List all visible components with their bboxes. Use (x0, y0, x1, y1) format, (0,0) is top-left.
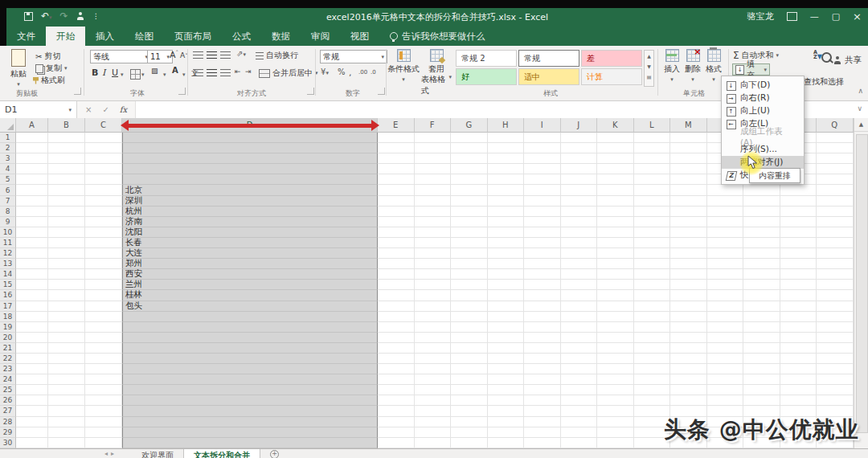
cell-I10[interactable] (524, 227, 561, 238)
cell-A10[interactable] (16, 227, 48, 238)
cell-A28[interactable] (16, 417, 48, 427)
cell-H26[interactable] (488, 395, 525, 406)
scrollbar-thumb[interactable] (856, 134, 868, 433)
cell-Q18[interactable] (817, 312, 854, 322)
cell-H27[interactable] (488, 406, 525, 416)
cell-I29[interactable] (524, 427, 561, 438)
cell-L14[interactable] (634, 269, 671, 280)
cell-L7[interactable] (634, 196, 671, 207)
cell-E16[interactable] (378, 290, 415, 301)
cell-M19[interactable] (670, 322, 707, 333)
cell-H12[interactable] (488, 248, 525, 259)
row-header-16[interactable]: 16 (0, 290, 16, 301)
cell-M8[interactable] (670, 207, 707, 217)
cell-D29[interactable] (122, 427, 378, 438)
cell-K25[interactable] (597, 385, 634, 395)
cell-C21[interactable] (85, 343, 122, 354)
cell-F11[interactable] (415, 238, 452, 248)
cell-B21[interactable] (48, 343, 85, 354)
cell-K15[interactable] (597, 280, 634, 290)
cell-E5[interactable] (378, 174, 415, 185)
cell-M22[interactable] (670, 354, 707, 364)
row-header-26[interactable]: 26 (0, 395, 16, 406)
cell-G3[interactable] (451, 153, 488, 164)
cell-B11[interactable] (48, 238, 85, 248)
cell-F1[interactable] (415, 133, 452, 143)
cell-L5[interactable] (634, 174, 671, 185)
cell-G12[interactable] (451, 248, 488, 259)
cell-P12[interactable] (780, 248, 817, 259)
cell-D7[interactable]: 深圳 (122, 196, 378, 207)
cell-I8[interactable] (524, 207, 561, 217)
cell-F17[interactable] (415, 301, 452, 312)
cell-I23[interactable] (524, 364, 561, 374)
cell-Q3[interactable] (817, 153, 854, 164)
paste-button[interactable]: 粘贴 ▾ (6, 49, 31, 88)
borders-dropdown-icon[interactable]: ▾ (141, 72, 145, 78)
cell-M5[interactable] (670, 174, 707, 185)
tab-公式[interactable]: 公式 (222, 27, 261, 46)
clipboard-dialog-launcher[interactable] (74, 88, 81, 95)
cell-O7[interactable] (743, 196, 780, 207)
cell-L16[interactable] (634, 290, 671, 301)
cell-Q10[interactable] (817, 227, 854, 238)
cell-P6[interactable] (780, 185, 817, 195)
cell-L15[interactable] (634, 280, 671, 290)
cell-K29[interactable] (597, 427, 634, 438)
cell-I28[interactable] (524, 417, 561, 427)
row-header-1[interactable]: 1 (0, 133, 16, 143)
cell-F16[interactable] (415, 290, 452, 301)
cell-H30[interactable] (488, 438, 525, 448)
cell-Q12[interactable] (817, 248, 854, 259)
cell-D6[interactable]: 北京 (122, 185, 378, 195)
cell-E7[interactable] (378, 196, 415, 207)
cell-G19[interactable] (451, 322, 488, 333)
cell-K6[interactable] (597, 185, 634, 195)
cell-P17[interactable] (780, 301, 817, 312)
cell-J28[interactable] (561, 417, 598, 427)
menu-item[interactable]: →向右(R) (722, 92, 804, 104)
cell-F3[interactable] (415, 153, 452, 164)
cell-E28[interactable] (378, 417, 415, 427)
cell-K4[interactable] (597, 164, 634, 174)
cell-E29[interactable] (378, 427, 415, 438)
name-box[interactable]: D1▾ (0, 101, 77, 118)
cell-C19[interactable] (85, 322, 122, 333)
cell-O18[interactable] (743, 312, 780, 322)
cell-N26[interactable] (707, 395, 744, 406)
cell-B15[interactable] (48, 280, 85, 290)
cell-G7[interactable] (451, 196, 488, 207)
cell-O21[interactable] (743, 343, 780, 354)
row-header-17[interactable]: 17 (0, 301, 16, 312)
cell-J21[interactable] (561, 343, 598, 354)
column-header-C[interactable]: C (85, 118, 122, 133)
cell-F26[interactable] (415, 395, 452, 406)
ribbon-display-options-icon[interactable] (787, 12, 797, 21)
cell-L1[interactable] (634, 133, 671, 143)
column-header-L[interactable]: L (634, 118, 671, 133)
fx-icon[interactable]: fx (120, 105, 127, 114)
expand-formula-bar-icon[interactable]: ∨ (857, 104, 862, 112)
accounting-format-icon[interactable]: ¥▾ (321, 67, 329, 76)
cell-B23[interactable] (48, 364, 85, 374)
cell-B19[interactable] (48, 322, 85, 333)
cell-A5[interactable] (16, 174, 48, 185)
cell-I18[interactable] (524, 312, 561, 322)
cell-Q11[interactable] (817, 238, 854, 248)
cell-E14[interactable] (378, 269, 415, 280)
cell-L2[interactable] (634, 143, 671, 153)
cell-M21[interactable] (670, 343, 707, 354)
cell-L26[interactable] (634, 395, 671, 406)
cell-Q14[interactable] (817, 269, 854, 280)
decrease-indent-icon[interactable]: ⇤ (235, 67, 241, 76)
cell-E3[interactable] (378, 153, 415, 164)
cell-H23[interactable] (488, 364, 525, 374)
style-cell[interactable]: 差 (581, 50, 642, 67)
cell-G14[interactable] (451, 269, 488, 280)
cell-I16[interactable] (524, 290, 561, 301)
cell-Q13[interactable] (817, 259, 854, 269)
cell-L11[interactable] (634, 238, 671, 248)
cell-D12[interactable]: 大连 (122, 248, 378, 259)
row-header-5[interactable]: 5 (0, 174, 16, 185)
cell-E27[interactable] (378, 406, 415, 416)
